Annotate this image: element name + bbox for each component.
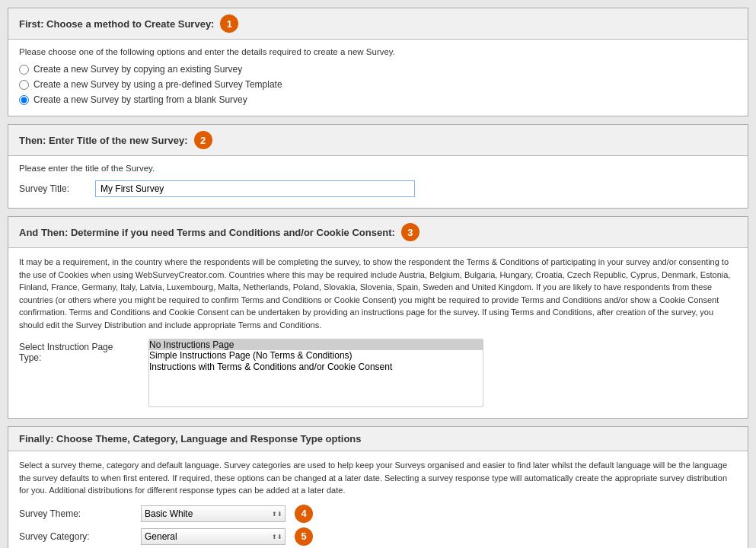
- section-survey-title: Then: Enter Title of the new Survey: 2 P…: [8, 124, 748, 209]
- section1-header: First: Choose a method to Create Survey:…: [8, 8, 748, 40]
- section2-title: Then: Enter Title of the new Survey:: [19, 135, 188, 146]
- radio-copy-existing[interactable]: [19, 65, 29, 75]
- section-create-method: First: Choose a method to Create Survey:…: [8, 8, 748, 116]
- step2-badge: 2: [194, 131, 212, 149]
- category-select-wrapper: General HR Marketing: [141, 528, 285, 545]
- section3-header: And Then: Determine if you need Terms an…: [8, 217, 748, 248]
- radio-predefined-template[interactable]: [19, 80, 29, 90]
- option-blank-survey-label: Create a new Survey by starting from a b…: [33, 94, 247, 105]
- option-predefined-template[interactable]: Create a new Survey by using a pre-defin…: [19, 79, 737, 90]
- section1-title: First: Choose a method to Create Survey:: [19, 18, 214, 30]
- theme-select-row: Basic White Blue Green 4: [141, 505, 313, 523]
- section3-description: It may be a requirement, in the country …: [19, 256, 737, 331]
- section1-intro: Please choose one of the following optio…: [19, 47, 737, 56]
- option-blank-survey[interactable]: Create a new Survey by starting from a b…: [19, 94, 737, 105]
- survey-title-input[interactable]: [95, 180, 415, 197]
- radio-blank-survey[interactable]: [19, 95, 29, 105]
- theme-select-wrapper: Basic White Blue Green: [141, 505, 285, 522]
- instruction-page-listbox[interactable]: No Instructions Page Simple Instructions…: [148, 339, 483, 407]
- survey-title-label: Survey Title:: [19, 183, 95, 194]
- section4-title: Finally: Choose Theme, Category, Languag…: [19, 433, 362, 444]
- option-copy-existing[interactable]: Create a new Survey by copying an existi…: [19, 64, 737, 75]
- listbox-option-simple[interactable]: Simple Instructions Page (No Terms & Con…: [149, 350, 483, 361]
- theme-label: Survey Theme:: [19, 508, 141, 519]
- listbox-option-terms[interactable]: Instructions with Terms & Conditions and…: [149, 362, 483, 372]
- create-method-options: Create a new Survey by copying an existi…: [19, 64, 737, 105]
- theme-row: Survey Theme: Basic White Blue Green 4: [19, 505, 737, 523]
- section2-header: Then: Enter Title of the new Survey: 2: [8, 125, 748, 156]
- listbox-option-no-instructions[interactable]: No Instructions Page: [149, 339, 483, 350]
- option-predefined-template-label: Create a new Survey by using a pre-defin…: [33, 79, 282, 90]
- survey-title-row: Survey Title:: [19, 180, 737, 197]
- category-label: Survey Category:: [19, 531, 141, 542]
- option-copy-existing-label: Create a new Survey by copying an existi…: [33, 64, 242, 75]
- category-select[interactable]: General HR Marketing: [141, 528, 285, 545]
- section-terms: And Then: Determine if you need Terms an…: [8, 216, 748, 419]
- theme-select[interactable]: Basic White Blue Green: [141, 505, 285, 522]
- main-container: First: Choose a method to Create Survey:…: [8, 8, 748, 548]
- step3-badge: 3: [401, 223, 419, 241]
- instruction-page-container: Select Instruction Page Type: No Instruc…: [19, 339, 737, 407]
- section-theme-category: Finally: Choose Theme, Category, Languag…: [8, 426, 748, 548]
- section3-title: And Then: Determine if you need Terms an…: [19, 227, 395, 238]
- step4-badge: 4: [295, 505, 313, 523]
- category-select-row: General HR Marketing 5: [141, 527, 313, 546]
- step5-badge: 5: [295, 527, 313, 546]
- section2-intro: Please enter the title of the Survey.: [19, 164, 737, 173]
- section4-header: Finally: Choose Theme, Category, Languag…: [8, 427, 748, 451]
- step1-badge: 1: [220, 14, 238, 33]
- section4-description: Select a survey theme, category and defa…: [19, 459, 737, 497]
- category-row: Survey Category: General HR Marketing 5: [19, 527, 737, 546]
- instruction-page-label: Select Instruction Page Type:: [19, 339, 133, 363]
